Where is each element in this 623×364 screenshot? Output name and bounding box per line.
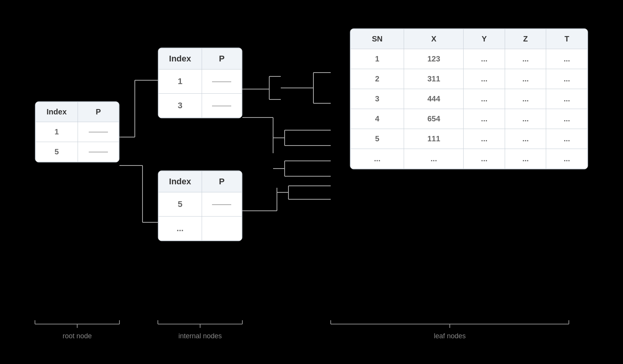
cell-pointer	[202, 217, 242, 241]
leaf-col-y: Y	[464, 29, 505, 49]
cell-x: 111	[404, 129, 464, 149]
leaf-nodes-label: leaf nodes	[331, 332, 569, 340]
cell-t: ...	[546, 129, 588, 149]
internal-node-bottom: Index P 5 ...	[158, 170, 242, 241]
table-row: ...	[159, 217, 242, 241]
cell-pointer	[202, 94, 242, 118]
int-bot-col-p: P	[202, 171, 242, 192]
internal-nodes-label: internal nodes	[158, 332, 242, 340]
cell-sn: 4	[351, 109, 404, 129]
cell-t: ...	[546, 149, 588, 169]
cell: 3	[159, 94, 202, 118]
table-row: 3 444 ... ... ...	[351, 89, 588, 109]
cell-z: ...	[505, 89, 546, 109]
root-node-label: root node	[35, 332, 119, 340]
leaf-table: SN X Y Z T 1 123 ... ... ... 2 311	[350, 28, 588, 169]
cell-z: ...	[505, 149, 546, 169]
internal-node-top: Index P 1 3	[158, 48, 242, 118]
cell-sn: 1	[351, 49, 404, 69]
cell-y: ...	[464, 109, 505, 129]
leaf-col-x: X	[404, 29, 464, 49]
table-row: 5	[36, 142, 119, 162]
root-col-p: P	[78, 102, 119, 122]
table-row: 1	[159, 69, 242, 94]
cell-z: ...	[505, 69, 546, 89]
table-row: 5 111 ... ... ...	[351, 129, 588, 149]
table-row: 5	[159, 192, 242, 217]
cell: 1	[159, 69, 202, 94]
leaf-col-sn: SN	[351, 29, 404, 49]
cell-t: ...	[546, 89, 588, 109]
cell-x: 654	[404, 109, 464, 129]
int-bot-col-index: Index	[159, 171, 202, 192]
leaf-col-z: Z	[505, 29, 546, 49]
cell-x: 123	[404, 49, 464, 69]
cell-pointer	[78, 122, 119, 142]
cell-sn: 3	[351, 89, 404, 109]
cell-z: ...	[505, 129, 546, 149]
table-row: 2 311 ... ... ...	[351, 69, 588, 89]
cell-y: ...	[464, 149, 505, 169]
cell-sn: 5	[351, 129, 404, 149]
cell: 5	[36, 142, 78, 162]
cell-pointer	[78, 142, 119, 162]
cell-t: ...	[546, 49, 588, 69]
table-row: 1	[36, 122, 119, 142]
cell-y: ...	[464, 129, 505, 149]
cell-x: ...	[404, 149, 464, 169]
cell-z: ...	[505, 109, 546, 129]
table-row: ... ... ... ... ...	[351, 149, 588, 169]
cell-sn: 2	[351, 69, 404, 89]
cell: 5	[159, 192, 202, 217]
cell-y: ...	[464, 49, 505, 69]
cell-t: ...	[546, 109, 588, 129]
root-node: Index P 1 5	[35, 101, 119, 162]
int-top-col-p: P	[202, 48, 242, 69]
cell-sn: ...	[351, 149, 404, 169]
int-top-col-index: Index	[159, 48, 202, 69]
table-row: 3	[159, 94, 242, 118]
cell-pointer	[202, 192, 242, 217]
diagram: Index P 1 5	[23, 17, 600, 347]
table-row: 4 654 ... ... ...	[351, 109, 588, 129]
cell-y: ...	[464, 89, 505, 109]
root-col-index: Index	[36, 102, 78, 122]
cell: ...	[159, 217, 202, 241]
cell-x: 311	[404, 69, 464, 89]
leaf-col-t: T	[546, 29, 588, 49]
cell-pointer	[202, 69, 242, 94]
cell-x: 444	[404, 89, 464, 109]
cell-y: ...	[464, 69, 505, 89]
cell-z: ...	[505, 49, 546, 69]
table-row: 1 123 ... ... ...	[351, 49, 588, 69]
cell: 1	[36, 122, 78, 142]
cell-t: ...	[546, 69, 588, 89]
